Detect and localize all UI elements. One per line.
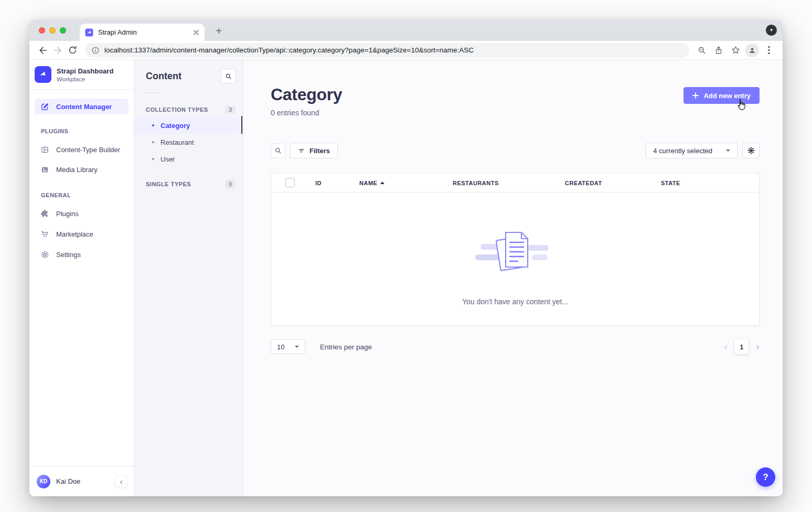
user-name[interactable]: Kai Doe [56, 477, 109, 485]
workspace-name: Strapi Dashboard [57, 67, 113, 75]
browser-window: Strapi Admin + ▼ localhost:1337/admin/co… [29, 20, 783, 496]
workspace-header[interactable]: Strapi Dashboard Workplace [29, 60, 134, 89]
scrollbar-thumb[interactable] [241, 116, 243, 134]
sidebar-footer: KD Kai Doe ‹ [29, 466, 134, 496]
sidebar-item-label: Content Manager [56, 103, 112, 111]
strapi-logo-icon [35, 66, 51, 83]
column-header-name[interactable]: NAME [359, 173, 384, 193]
page-size-dropdown[interactable]: 10 [271, 339, 305, 354]
layout-grid-icon [40, 145, 49, 154]
bullet-icon [152, 158, 154, 160]
profile-avatar-icon[interactable] [745, 43, 760, 58]
url-bar[interactable]: localhost:1337/admin/content-manager/col… [85, 43, 689, 58]
sort-ascending-icon [380, 182, 384, 184]
sidebar-item-settings[interactable]: Settings [35, 247, 129, 262]
plus-icon [692, 92, 699, 99]
sidebar-item-plugins[interactable]: Plugins [35, 206, 129, 221]
collection-type-item-user[interactable]: User [134, 151, 243, 167]
entries-table: ID NAME RESTAURANTS CREATEDAT STATE [271, 173, 760, 326]
sidebar-divider [29, 89, 134, 90]
filters-button[interactable]: Filters [290, 143, 338, 158]
search-entries-button[interactable] [271, 143, 285, 158]
table-header-row: ID NAME RESTAURANTS CREATEDAT STATE [271, 173, 759, 193]
select-all-checkbox[interactable] [285, 178, 295, 187]
traffic-lights [39, 27, 66, 34]
image-icon [40, 165, 49, 174]
column-header-id[interactable]: ID [315, 173, 322, 193]
page-number-button[interactable]: 1 [734, 339, 749, 354]
single-types-count: 0 [225, 180, 236, 188]
previous-page-button[interactable]: ‹ [724, 342, 728, 352]
url-text: localhost:1337/admin/content-manager/col… [104, 46, 474, 54]
empty-documents-illustration [473, 228, 557, 284]
tab-close-icon[interactable] [193, 29, 199, 36]
minimize-window-icon[interactable] [49, 27, 56, 34]
zoom-search-icon[interactable] [695, 43, 709, 58]
bullet-icon [152, 141, 154, 143]
empty-state: You don't have any content yet... [271, 193, 759, 306]
user-avatar[interactable]: KD [37, 475, 50, 488]
browser-tab[interactable]: Strapi Admin [80, 24, 205, 41]
sidebar-item-label: Media Library [56, 166, 98, 174]
content-sidebar: Content COLLECTION TYPES 3 Category Rest… [134, 60, 243, 496]
main-content: Category 0 entries found Add new entry [243, 60, 783, 496]
sidebar-item-media-library[interactable]: Media Library [35, 162, 129, 177]
column-header-state[interactable]: STATE [661, 173, 680, 193]
forward-button[interactable] [50, 43, 65, 58]
cart-icon [40, 230, 49, 239]
content-nav-title: Content [146, 71, 181, 82]
chevron-down-icon [726, 150, 730, 152]
empty-state-text: You don't have any content yet... [271, 297, 759, 306]
tab-title: Strapi Admin [98, 28, 193, 36]
entries-found-text: 0 entries found [271, 109, 342, 117]
main-sidebar: Strapi Dashboard Workplace Content Manag… [29, 60, 134, 496]
collection-types-label: COLLECTION TYPES [146, 106, 208, 113]
site-info-icon[interactable] [91, 46, 100, 55]
plugins-section-label: PLUGINS [41, 128, 134, 134]
zoom-window-icon[interactable] [60, 27, 66, 34]
browser-extension-badge-icon[interactable]: ▼ [766, 25, 777, 36]
column-header-restaurants[interactable]: RESTAURANTS [453, 173, 499, 193]
share-icon[interactable] [711, 43, 726, 58]
pagination-bar: 10 Entries per page ‹ 1 › [271, 339, 760, 354]
sidebar-item-label: Plugins [56, 210, 79, 218]
strapi-app: Strapi Dashboard Workplace Content Manag… [29, 60, 783, 496]
view-settings-button[interactable] [742, 143, 760, 158]
collection-type-label: Restaurant [161, 138, 194, 146]
sidebar-item-label: Marketplace [56, 230, 93, 238]
toolbar-actions [695, 43, 776, 58]
browser-tab-strip: Strapi Admin + ▼ [29, 20, 783, 41]
bullet-icon [152, 124, 154, 126]
general-section-label: GENERAL [41, 192, 134, 198]
back-button[interactable] [36, 43, 50, 58]
close-window-icon[interactable] [39, 27, 45, 34]
sidebar-item-label: Content-Type Builder [56, 146, 120, 154]
help-button[interactable]: ? [756, 467, 775, 487]
add-new-entry-button[interactable]: Add new entry [683, 87, 760, 104]
collection-type-label: Category [161, 122, 190, 130]
collection-types-count: 3 [225, 105, 236, 114]
single-types-label: SINGLE TYPES [146, 181, 191, 187]
sidebar-item-marketplace[interactable]: Marketplace [35, 226, 129, 242]
strapi-favicon [85, 28, 93, 37]
bookmark-star-icon[interactable] [728, 43, 743, 58]
refresh-button[interactable] [65, 43, 80, 58]
sidebar-item-label: Settings [56, 251, 81, 259]
new-tab-button[interactable]: + [212, 24, 226, 38]
collapse-sidebar-button[interactable]: ‹ [115, 475, 127, 488]
column-header-createdat[interactable]: CREATEDAT [565, 173, 602, 193]
gear-icon [40, 250, 49, 259]
content-search-button[interactable] [221, 69, 236, 83]
collection-type-item-category[interactable]: Category [134, 117, 239, 134]
entries-per-page-label: Entries per page [320, 343, 372, 351]
content-nav-divider [146, 92, 158, 93]
fields-selected-dropdown[interactable]: 4 currently selected [646, 143, 738, 158]
sidebar-item-content-manager[interactable]: Content Manager [35, 99, 129, 114]
sidebar-item-content-type-builder[interactable]: Content-Type Builder [35, 142, 129, 157]
chevron-down-icon [295, 346, 299, 348]
browser-menu-icon[interactable] [762, 43, 776, 58]
filter-icon [298, 147, 305, 154]
collection-type-item-restaurant[interactable]: Restaurant [134, 134, 243, 151]
next-page-button[interactable]: › [755, 342, 760, 352]
edit-pen-icon [40, 102, 49, 111]
